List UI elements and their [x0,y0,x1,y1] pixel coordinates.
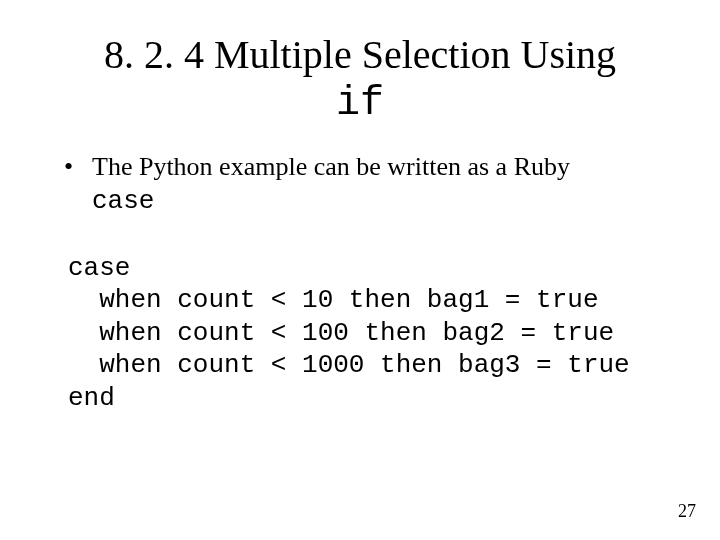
bullet-code: case [92,186,154,216]
code-line: case [68,253,130,283]
bullet-item: The Python example can be written as a R… [64,151,672,217]
code-line: when count < 10 then bag1 = true [68,285,599,315]
code-line: end [68,383,115,413]
slide-title: 8. 2. 4 Multiple Selection Using if [0,0,720,127]
slide: 8. 2. 4 Multiple Selection Using if The … [0,0,720,540]
code-line: when count < 100 then bag2 = true [68,318,614,348]
code-line: when count < 1000 then bag3 = true [68,350,630,380]
slide-body: The Python example can be written as a R… [0,127,720,447]
bullet-text: The Python example can be written as a R… [92,152,570,181]
page-number: 27 [678,501,696,522]
code-block: case when count < 10 then bag1 = true wh… [64,219,672,447]
title-code: if [336,81,384,126]
bullet-list: The Python example can be written as a R… [64,151,672,217]
title-line1: 8. 2. 4 Multiple Selection Using [104,32,616,77]
